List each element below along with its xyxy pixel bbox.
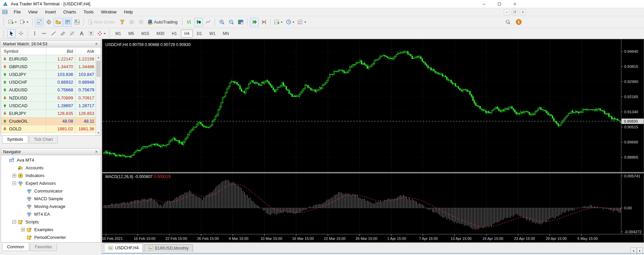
notifications-badge[interactable]: 1 [516,19,522,25]
chart-canvas[interactable]: 0.908300.946400.938150.929900.921650.913… [102,39,644,243]
tab-symbols[interactable]: Symbols [2,136,28,143]
pane-splitter[interactable] [102,172,644,173]
tree-item-ava-mt4[interactable]: Ava MT4 [1,156,101,164]
window-maximize-button[interactable] [492,0,507,8]
mql5-market-button[interactable] [137,18,146,27]
market-watch-header[interactable]: Market Watch: 16:04:53 [1,40,101,47]
tree-item-expert-advisors[interactable]: Expert Advisors [1,179,101,187]
chart-tab-eurusd-monthly[interactable]: EURUSD,Monthly [144,244,193,252]
autotrading-button[interactable]: AutoTrading [146,18,180,27]
window-minimize-button[interactable] [476,0,492,8]
vertical-line-button[interactable] [30,29,39,38]
expander-spacer[interactable] [21,205,25,208]
timeframe-m1[interactable]: M1 [112,30,124,38]
tree-item-accounts[interactable]: Accounts [1,164,101,172]
arrows-button[interactable] [96,29,107,38]
menu-item-insert[interactable]: Insert [41,8,60,15]
candlestick-chart-button[interactable] [194,18,203,27]
navigator-header[interactable]: Navigator [1,148,101,155]
expand-icon[interactable] [12,174,16,177]
timeframe-m15[interactable]: M15 [138,30,152,38]
timeframe-mn[interactable]: MN [219,30,232,38]
zoom-in-button[interactable] [217,18,226,27]
tab-favorites[interactable]: Favorites [30,244,57,251]
collapse-icon[interactable] [12,220,16,224]
navigator-close-icon[interactable] [94,150,99,154]
timeframe-m5[interactable]: M5 [125,30,138,38]
terminal-button[interactable] [63,18,72,27]
open-profiles-button[interactable] [19,18,30,27]
tree-item-scripts[interactable]: Scripts [1,218,101,226]
cursor-button[interactable] [7,29,16,38]
window-close-button[interactable] [507,0,523,8]
timeframe-m30[interactable]: M30 [153,30,168,38]
market-watch-scrollbar[interactable] [96,55,101,135]
market-watch-row[interactable]: USDJPY103.836103.847 [1,71,101,78]
market-watch-row[interactable]: EURJPY126.835126.853 [1,110,101,117]
market-watch-row[interactable]: USDCAD1.286971.28717 [1,102,101,110]
column-bid[interactable]: Bid [46,47,75,55]
market-watch-row[interactable]: USDCHF0.889320.88948 [1,79,101,86]
toolbar-grip[interactable] [3,18,5,26]
market-watch-row[interactable]: GOLD1881.021881.36 [1,125,101,133]
periods-button[interactable] [285,18,296,27]
market-watch-row[interactable]: GBPUSD1.344701.34486 [1,63,101,71]
menu-item-tools[interactable]: Tools [80,8,97,15]
indicators-list-dropdown-caret[interactable] [280,21,283,24]
strategy-tester-button[interactable] [72,18,81,27]
search-button[interactable] [503,17,512,26]
expander-spacer[interactable] [12,166,16,170]
chart-restore-button[interactable] [512,9,518,15]
collapse-icon[interactable] [12,181,16,185]
indicators-list-button[interactable] [273,18,284,27]
tab-common[interactable]: Common [2,243,29,251]
experts-button[interactable] [127,18,136,27]
chart-shift-button[interactable] [259,18,268,27]
expander-spacer[interactable] [4,158,7,162]
auto-scroll-button[interactable] [250,18,259,27]
periods-dropdown-caret[interactable] [292,21,295,24]
metaeditor-button[interactable] [118,18,127,27]
text-button[interactable] [77,29,86,38]
scrollbar-thumb[interactable] [96,61,100,77]
line-chart-button[interactable] [204,18,212,27]
new-order-button[interactable]: New Order [86,18,117,27]
column-ask[interactable]: Ask [75,47,96,55]
scroll-down-icon[interactable] [96,130,101,135]
expand-icon[interactable] [21,228,25,231]
market-watch-button[interactable] [35,18,44,27]
zoom-out-button[interactable] [227,18,235,27]
menu-item-file[interactable]: File [10,8,24,15]
tree-item-macd-sample[interactable]: MACD Sample [1,195,101,203]
bar-chart-button[interactable] [185,18,194,27]
arrows-dropdown-caret[interactable] [103,32,106,35]
market-watch-row[interactable]: NZDUSD0.708990.70917 [1,94,101,102]
trendline-button[interactable] [49,29,58,38]
timeframe-h1[interactable]: H1 [168,30,180,38]
expander-spacer[interactable] [21,212,25,216]
chart-close-button[interactable] [520,9,526,15]
tree-item-communicator[interactable]: Communicator [1,187,101,195]
market-watch-close-icon[interactable] [94,42,99,46]
market-watch-row[interactable]: EURUSD1.221471.22156 [1,55,101,63]
tree-item-examples[interactable]: Examples [1,226,101,233]
tree-item-indicators[interactable]: Indicators [1,172,101,179]
chart-tab-usdchf-h4[interactable]: USDCHF,H4 [104,243,143,252]
tab-tick-chart[interactable]: Tick Chart [29,136,58,143]
templates-button[interactable] [297,18,308,27]
tree-item-mt4-ea[interactable]: MT4 EA [1,210,101,218]
market-watch-row[interactable]: AUDUSD0.756680.75679 [1,86,101,94]
navigator-button[interactable] [54,18,62,27]
equidistant-channel-button[interactable] [58,29,67,38]
tile-windows-button[interactable] [236,18,245,27]
menu-item-charts[interactable]: Charts [59,8,79,15]
new-chart-dropdown-caret[interactable] [14,21,17,24]
menu-item-view[interactable]: View [24,8,41,15]
menu-item-help[interactable]: Help [120,8,137,15]
scrollbar-track[interactable] [96,60,101,130]
fibonacci-button[interactable] [68,29,76,38]
templates-dropdown-caret[interactable] [304,21,307,24]
text-label-button[interactable] [87,29,95,38]
new-chart-button[interactable] [7,18,18,27]
timeframe-w1[interactable]: W1 [206,30,219,38]
